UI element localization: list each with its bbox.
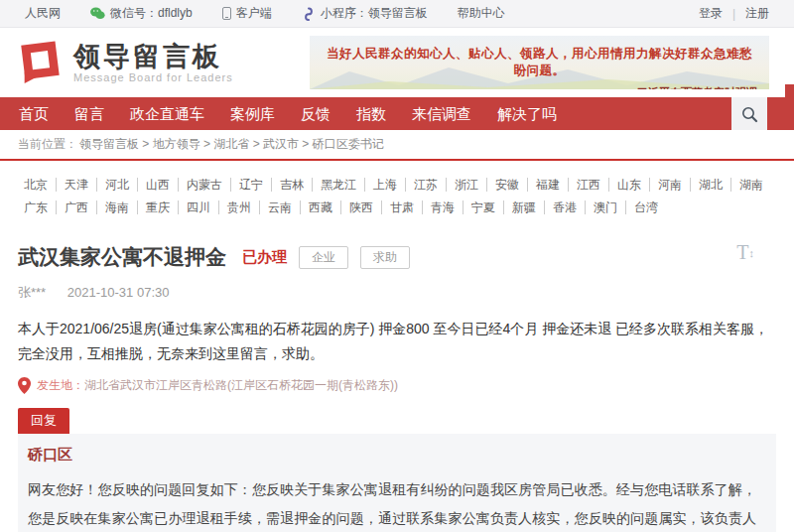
post-author: 张*** (18, 285, 46, 300)
province-link[interactable]: 青海 (423, 200, 463, 214)
province-link[interactable]: 广东 (16, 200, 57, 214)
phone-icon (222, 7, 231, 20)
nav-item[interactable]: 解决了吗 (484, 97, 570, 130)
province-row-2: 广东广西海南重庆四川贵州云南西藏陕西甘肃青海宁夏新疆香港澳门台湾 (16, 200, 778, 214)
province-link[interactable]: 江西 (569, 178, 609, 192)
province-link[interactable]: 上海 (365, 178, 406, 192)
logo-icon (18, 40, 64, 85)
province-link[interactable]: 云南 (260, 200, 301, 214)
location-value: 湖北省武汉市江岸区青松路(江岸区石桥花园一期(青松路东)) (84, 377, 398, 394)
reply-content: 网友您好！您反映的问题回复如下：您反映关于集家公寓退租有纠纷的问题我区房管局已收… (28, 475, 756, 532)
miniprogram-icon (302, 7, 316, 21)
breadcrumb: 当前位置： 领导留言板 > 地方领导 > 湖北省 > 武汉市 > 硚口区委书记 (0, 130, 794, 161)
help-center-link[interactable]: 帮助中心 (458, 5, 505, 22)
reply-department: 硚口区 (28, 446, 756, 465)
auth-divider: | (732, 7, 735, 21)
province-link[interactable]: 浙江 (447, 178, 487, 192)
province-link[interactable]: 重庆 (138, 200, 179, 214)
tag-company: 企业 (299, 246, 348, 269)
nav-item[interactable]: 指数 (343, 97, 399, 130)
logo-title: 领导留言板 (73, 42, 233, 71)
top-utility-bar: 人民网 微信号：dfldlyb 客户端 小程序：领导留言板 帮助中心 登录 | … (0, 0, 794, 28)
client-item[interactable]: 客户端 (222, 5, 272, 22)
help-center-label: 帮助中心 (458, 5, 505, 22)
province-row-1: 北京天津河北山西内蒙古辽宁吉林黑龙江上海江苏浙江安徽福建江西山东河南湖北湖南 (16, 178, 778, 192)
reply-tab[interactable]: 回复 (18, 408, 69, 434)
nav-item[interactable]: 政企直通车 (117, 97, 217, 130)
province-link[interactable]: 辽宁 (231, 178, 272, 192)
tag-help: 求助 (360, 246, 410, 269)
province-link[interactable]: 山西 (138, 178, 179, 192)
reply-box: 硚口区 网友您好！您反映的问题回复如下：您反映关于集家公寓退租有纠纷的问题我区房… (18, 434, 776, 532)
province-link[interactable]: 四川 (179, 200, 219, 214)
province-link[interactable]: 天津 (57, 178, 97, 192)
wechat-icon (90, 7, 105, 20)
search-icon (740, 105, 758, 123)
province-link[interactable]: 北京 (16, 178, 57, 192)
province-link[interactable]: 香港 (545, 200, 586, 214)
wechat-label: 微信号：dfldlyb (110, 5, 193, 22)
province-link[interactable]: 甘肃 (382, 200, 423, 214)
register-link[interactable]: 注册 (745, 5, 769, 22)
client-label: 客户端 (236, 5, 272, 22)
quote-banner: 当好人民群众的知心人、贴心人、领路人，用心用情用力解决好群众急难愁盼问题。 ——… (310, 36, 769, 89)
font-size-tool[interactable]: T↕ (736, 241, 754, 264)
login-link[interactable]: 登录 (699, 5, 723, 22)
province-link[interactable]: 江苏 (406, 178, 447, 192)
province-link[interactable]: 吉林 (272, 178, 313, 192)
status-badge: 已办理 (242, 248, 287, 267)
nav-item[interactable]: 来信调查 (399, 97, 484, 130)
province-link[interactable]: 福建 (528, 178, 569, 192)
banner-quote: 当好人民群众的知心人、贴心人、领路人，用心用情用力解决好群众急难愁盼问题。 (322, 46, 757, 79)
people-net-link[interactable]: 人民网 (25, 5, 61, 22)
nav-item[interactable]: 案例库 (217, 97, 288, 130)
province-link[interactable]: 海南 (97, 200, 138, 214)
people-net-label: 人民网 (25, 5, 61, 22)
miniprogram-item[interactable]: 小程序：领导留言板 (302, 5, 428, 22)
search-button[interactable] (731, 97, 767, 130)
nav-item[interactable]: 首页 (6, 97, 62, 130)
miniprogram-label: 小程序：领导留言板 (321, 5, 428, 22)
province-link[interactable]: 河南 (650, 178, 691, 192)
province-link[interactable]: 台湾 (626, 200, 666, 214)
province-link[interactable]: 内蒙古 (179, 178, 231, 192)
banner-attribution: ——习近平在西藏考察时强调 (322, 85, 757, 89)
wechat-item[interactable]: 微信号：dfldlyb (90, 5, 193, 22)
site-header: 领导留言板 Message Board for Leaders 当好人民群众的知… (0, 28, 794, 97)
font-tool-arrows-icon: ↕ (749, 247, 755, 259)
province-link[interactable]: 湖南 (731, 178, 771, 192)
province-link[interactable]: 黑龙江 (313, 178, 365, 192)
province-link[interactable]: 西藏 (301, 200, 341, 214)
nav-item[interactable]: 反馈 (288, 97, 343, 130)
province-link[interactable]: 山东 (609, 178, 650, 192)
breadcrumb-label: 当前位置： (18, 136, 77, 153)
location-label: 发生地： (37, 377, 84, 394)
province-link[interactable]: 安徽 (487, 178, 528, 192)
site-logo[interactable]: 领导留言板 Message Board for Leaders (18, 40, 233, 85)
post-body: 本人于2021/06/25退房(通过集家公寓租的石桥花园的房子) 押金800 至… (18, 317, 776, 366)
message-post: 武汉集家公寓不退押金 已办理 企业 求助 T↕ 张*** 2021-10-31 … (0, 233, 794, 394)
floating-widget-tab[interactable] (785, 84, 794, 97)
main-nav: 首页留言政企直通车案例库反馈指数来信调查解决了吗 (0, 97, 794, 130)
logo-subtitle: Message Board for Leaders (73, 71, 233, 83)
province-nav: 北京天津河北山西内蒙古辽宁吉林黑龙江上海江苏浙江安徽福建江西山东河南湖北湖南 广… (0, 161, 794, 233)
province-link[interactable]: 贵州 (219, 200, 260, 214)
province-link[interactable]: 宁夏 (463, 200, 504, 214)
province-link[interactable]: 澳门 (586, 200, 626, 214)
post-title: 武汉集家公寓不退押金 (18, 243, 226, 271)
breadcrumb-path[interactable]: 领导留言板 > 地方领导 > 湖北省 > 武汉市 > 硚口区委书记 (79, 136, 384, 153)
province-link[interactable]: 陕西 (341, 200, 382, 214)
font-tool-letter: T (736, 241, 748, 263)
province-link[interactable]: 湖北 (691, 178, 731, 192)
nav-item[interactable]: 留言 (62, 97, 117, 130)
post-datetime: 2021-10-31 07:30 (67, 285, 170, 300)
province-link[interactable]: 河北 (97, 178, 138, 192)
province-link[interactable]: 广西 (57, 200, 97, 214)
location-pin-icon (18, 377, 31, 394)
province-link[interactable]: 新疆 (504, 200, 545, 214)
